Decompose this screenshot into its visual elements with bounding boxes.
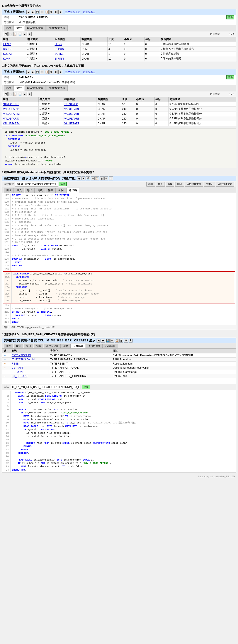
- class-tab-beautify[interactable]: 程序美化器: [44, 344, 61, 348]
- table2-btn5[interactable]: ▲: [23, 92, 27, 96]
- table-row[interactable]: ⇔ RESB TYPE RESB_T Reservation Item: [2, 362, 236, 366]
- table-btn5[interactable]: ▲: [23, 32, 27, 36]
- table-btn1[interactable]: ⊞: [4, 32, 8, 36]
- save-icon[interactable]: 💾: [35, 10, 39, 14]
- append-link-1[interactable]: 附加结构...: [83, 10, 95, 14]
- table2-btn4[interactable]: 📄: [18, 92, 22, 96]
- delete-icon-2[interactable]: 🗑: [49, 70, 53, 74]
- section1: 1.首先增加一个增强字段的结构 字典：显示结构 ◀ ▶ 💾 ✏ 📋 🗑 ⚙ ℹ …: [2, 4, 236, 61]
- tab-component-1[interactable]: 组件: [14, 25, 24, 31]
- table-btn4[interactable]: 📄: [18, 32, 22, 36]
- func-module-block-btn[interactable]: 函数模块文本: [216, 182, 234, 186]
- table-row[interactable]: → EXTENSION_IN TYPE BAPIPAREX Ref. Struc…: [2, 353, 236, 357]
- tab-currency-2[interactable]: 货币/数量字段: [46, 85, 67, 91]
- save-icon-3[interactable]: 💾: [86, 176, 90, 180]
- mode-btn[interactable]: 模式: [146, 182, 155, 186]
- delete-btn-3[interactable]: 删除: [175, 182, 184, 186]
- table-row[interactable]: → IT_EXTENSION_IN TYPE BAPIPAREX_T OPTIO…: [2, 357, 236, 362]
- hier-link-2[interactable]: 层次结构显示: [65, 70, 80, 74]
- class-tab-alias[interactable]: 别名: [34, 344, 43, 348]
- table-btn6[interactable]: ▼: [28, 32, 32, 36]
- cell-comptype: LIENR: [54, 42, 80, 47]
- delete-icon-3[interactable]: 🗑: [100, 176, 104, 180]
- func-tab-export[interactable]: 导出: [25, 188, 35, 193]
- back-icon-3[interactable]: ◀: [77, 176, 81, 180]
- back-icon-4[interactable]: ◀: [97, 338, 100, 342]
- settings-icon-2[interactable]: ⚙: [54, 70, 58, 74]
- func-tab-change[interactable]: 更改: [35, 188, 45, 193]
- copy-icon-2[interactable]: 📋: [45, 70, 49, 74]
- table-row[interactable]: STRUCTURE 1 类型 ▼ TE_STRUC CHAR3000 0 所有 …: [2, 102, 236, 107]
- info-icon-2[interactable]: ℹ: [58, 70, 62, 74]
- tab-currency-1[interactable]: 货币/数量字段: [46, 25, 67, 31]
- table-row[interactable]: LIENR 1 类型 ▼ LIENR CHAR 10 0 0 0 供应商或债权人…: [2, 42, 236, 47]
- forward-icon-4[interactable]: ▶: [101, 338, 105, 342]
- table-btn2[interactable]: ✂: [8, 32, 12, 36]
- table-btn3[interactable]: 📋: [13, 32, 17, 36]
- table2-btn1[interactable]: ⊞: [4, 92, 8, 96]
- func-tab-source[interactable]: 源代码: [66, 188, 79, 193]
- tab-property-1[interactable]: 属性: [4, 25, 14, 31]
- table-row[interactable]: VALUEPART1 1 类型 ▼ VALUEPART CHAR24000 0 …: [2, 107, 236, 112]
- code4-line-23: 23 MOVE ls_extension-valuepart1 TO cs_rk…: [3, 465, 235, 468]
- info-icon-4[interactable]: ℹ: [129, 338, 133, 342]
- save-icon-4[interactable]: 💾: [106, 338, 110, 342]
- table-row[interactable]: VALUEPART3 1 类型 ▼ VALUEPART CHAR24000 0 …: [2, 116, 236, 121]
- table2-btn6[interactable]: ▼: [28, 92, 32, 96]
- method-input[interactable]: [11, 385, 80, 389]
- tab-property-2[interactable]: 属性: [4, 85, 14, 91]
- forward-icon-2[interactable]: ▶: [31, 70, 35, 74]
- tab-input-1[interactable]: 输入帮助/检查: [25, 25, 46, 31]
- edit-icon[interactable]: ✏: [40, 10, 44, 14]
- delete-icon[interactable]: 🗑: [49, 10, 53, 14]
- back-icon[interactable]: ◀: [26, 10, 30, 14]
- copy-icon[interactable]: 📋: [45, 10, 49, 14]
- text-elem-btn[interactable]: 文本元: [204, 182, 215, 186]
- table-row[interactable]: → CT_RETURN TYPE BAPIRET2_T OPTIONAL Ret…: [2, 374, 236, 378]
- tab-component-2[interactable]: 组件: [14, 85, 24, 91]
- table-row[interactable]: RSPOS 1 类型 ▼ RSPOS NUMC 4 0 0 0 预留 / 相关需…: [2, 47, 236, 52]
- func-text-btn[interactable]: 函数模块文本: [185, 182, 203, 186]
- save-icon-2[interactable]: 💾: [35, 70, 39, 74]
- edit-icon-4[interactable]: ✏: [110, 338, 114, 342]
- class-tab-protected[interactable]: 受保护部分: [86, 344, 103, 348]
- code4-line-12: 12 IF sy-subrc IS INITIAL.: [3, 428, 235, 431]
- back-icon-2[interactable]: ◀: [26, 70, 30, 74]
- table2-btn3[interactable]: 📋: [13, 92, 17, 96]
- table-row[interactable]: ⇔ CS_RKPF TYPE RKPF OPTIONAL Document He…: [2, 366, 236, 370]
- table-row[interactable]: SOBKZ 1 类型 ▼ SOBKZ CHAR 1 0 0 0 特殊库存标识: [2, 52, 236, 56]
- settings-icon[interactable]: ⚙: [54, 10, 58, 14]
- table2-btn2[interactable]: ✂: [8, 92, 12, 96]
- append-link-2[interactable]: 附加结构...: [83, 70, 95, 74]
- class-tab-property[interactable]: 属性: [4, 344, 13, 348]
- edit-icon-3[interactable]: ✏: [91, 176, 95, 180]
- edit-icon-2[interactable]: ✏: [40, 70, 44, 74]
- table-row[interactable]: KUNR 1 类型 ▼ EKUNN CHAR 10 0 0 0 客户的编户编号: [2, 56, 236, 61]
- copy-icon-4[interactable]: 📋: [115, 338, 119, 342]
- insert-btn[interactable]: 插入: [156, 182, 165, 186]
- tab-input-2[interactable]: 输入帮助/检查: [25, 85, 46, 91]
- table-row[interactable]: VALUEPART4 1 类型 ▼ VALUEPART CHAR24000 0 …: [2, 121, 236, 126]
- func-tab-exception[interactable]: 异常: [45, 188, 56, 193]
- hier-link-1[interactable]: 层次结构显示: [65, 10, 80, 14]
- class-tab-public[interactable]: 公共部分: [71, 344, 85, 348]
- class-tab-friend[interactable]: 友元: [14, 344, 23, 348]
- func-tab-import[interactable]: 导入: [14, 188, 24, 193]
- table-row[interactable]: → RETURN TYPE BAPIRET2 Return Parameter(…: [2, 370, 236, 374]
- info-icon-3[interactable]: ℹ: [109, 176, 113, 180]
- func-tab-property[interactable]: 属性: [4, 188, 14, 193]
- func-tab-extra[interactable]: 外例: [56, 188, 66, 193]
- class-tab-interface[interactable]: 接口: [24, 344, 33, 348]
- class-tab-private[interactable]: 私有部分: [103, 344, 117, 348]
- copy-icon-3[interactable]: 📋: [95, 176, 99, 180]
- forward-icon-3[interactable]: ▶: [81, 176, 85, 180]
- code-line-178: 178# Interface to this BAdI improved and…: [3, 197, 235, 200]
- settings-icon-3[interactable]: ⚙: [104, 176, 108, 180]
- delete-icon-4[interactable]: 🗑: [119, 338, 123, 342]
- info-icon[interactable]: ℹ: [58, 10, 62, 14]
- replace-btn[interactable]: 替换: [166, 182, 174, 186]
- settings-icon-4[interactable]: ⚙: [124, 338, 128, 342]
- table-row[interactable]: VALUEPART2 1 类型 ▼ VALUEPART CHAR24000 0 …: [2, 112, 236, 116]
- class-tab-sign[interactable]: 签名: [61, 344, 71, 348]
- forward-icon[interactable]: ▶: [31, 10, 35, 14]
